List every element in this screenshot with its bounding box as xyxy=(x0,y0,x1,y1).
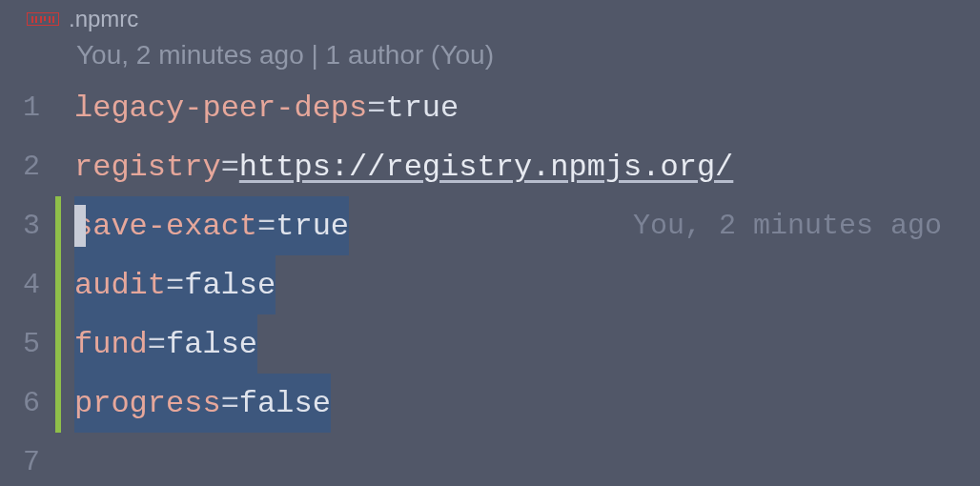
equals-sign: = xyxy=(221,386,239,421)
code-content[interactable]: legacy-peer-deps=true xyxy=(61,78,980,137)
line-number: 1 xyxy=(0,91,55,124)
equals-sign: = xyxy=(257,209,276,244)
selection: save-exact=true xyxy=(74,196,349,255)
line-number: 7 xyxy=(0,446,55,478)
git-codelens[interactable]: You, 2 minutes ago | 1 author (You) xyxy=(0,34,980,78)
config-value-url[interactable]: https://registry.npmjs.org/ xyxy=(239,150,733,185)
code-line[interactable]: 7 xyxy=(0,433,980,486)
svg-rect-6 xyxy=(52,16,54,23)
file-tab[interactable]: .npmrc xyxy=(27,6,138,32)
svg-rect-5 xyxy=(49,16,51,23)
tab-filename: .npmrc xyxy=(69,6,138,32)
code-content[interactable]: registry=https://registry.npmjs.org/ xyxy=(61,137,980,196)
config-value: false xyxy=(184,268,276,303)
line-number: 6 xyxy=(0,387,55,419)
code-content[interactable]: progress=false xyxy=(61,374,980,433)
equals-sign: = xyxy=(367,91,385,126)
code-content[interactable] xyxy=(61,433,980,486)
text-cursor xyxy=(74,205,86,247)
line-number: 3 xyxy=(0,210,55,242)
svg-rect-1 xyxy=(31,16,33,23)
selection: audit=false xyxy=(74,255,276,314)
code-line[interactable]: 3 save-exact=true You, 2 minutes ago xyxy=(0,196,980,255)
code-line[interactable]: 6 progress=false xyxy=(0,374,980,433)
svg-rect-2 xyxy=(35,16,37,23)
config-value: true xyxy=(385,91,459,126)
selection: fund=false xyxy=(74,314,257,374)
equals-sign: = xyxy=(166,268,184,303)
equals-sign: = xyxy=(221,150,239,185)
code-line[interactable]: 5 fund=false xyxy=(0,314,980,374)
code-content[interactable]: audit=false xyxy=(61,255,980,314)
config-key: registry xyxy=(74,150,221,185)
code-line[interactable]: 1 legacy-peer-deps=true xyxy=(0,78,980,137)
code-content[interactable]: save-exact=true You, 2 minutes ago xyxy=(61,196,980,255)
config-key: legacy-peer-deps xyxy=(74,91,367,126)
line-number: 4 xyxy=(0,269,55,301)
config-value: false xyxy=(166,327,257,362)
config-value: false xyxy=(239,386,331,421)
config-key: save-exact xyxy=(74,209,257,244)
config-key: audit xyxy=(74,268,166,303)
line-number: 5 xyxy=(0,328,55,360)
selection: progress=false xyxy=(74,374,331,433)
code-editor[interactable]: 1 legacy-peer-deps=true 2 registry=https… xyxy=(0,78,980,486)
config-key: progress xyxy=(74,386,221,421)
equals-sign: = xyxy=(148,327,166,362)
code-line[interactable]: 4 audit=false xyxy=(0,255,980,314)
config-value: true xyxy=(276,209,349,244)
line-number: 2 xyxy=(0,151,55,183)
config-key: fund xyxy=(74,327,148,362)
inline-git-blame[interactable]: You, 2 minutes ago xyxy=(633,210,942,242)
svg-rect-4 xyxy=(44,16,46,21)
npm-icon xyxy=(27,11,59,27)
svg-rect-3 xyxy=(40,16,42,23)
code-line[interactable]: 2 registry=https://registry.npmjs.org/ xyxy=(0,137,980,196)
code-content[interactable]: fund=false xyxy=(61,314,980,374)
tab-bar: .npmrc xyxy=(0,0,980,34)
